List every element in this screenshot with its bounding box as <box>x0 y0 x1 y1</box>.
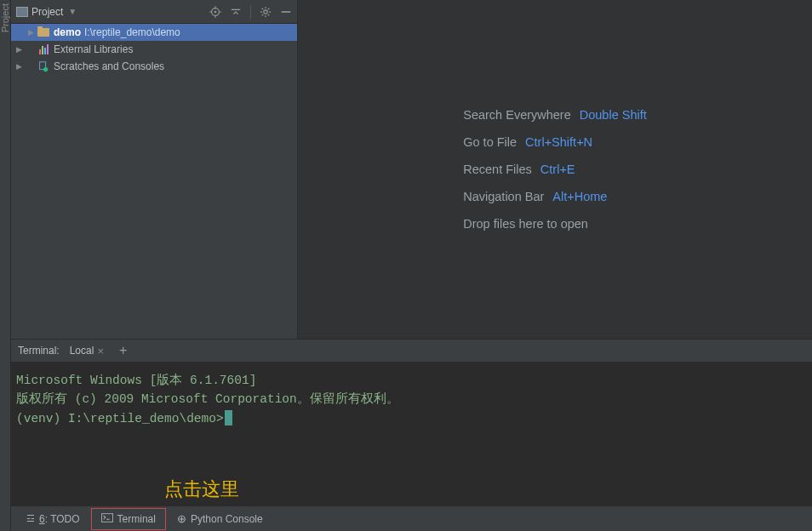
folder-icon <box>37 28 50 37</box>
svg-line-12 <box>262 8 264 9</box>
tree-item-external-libraries[interactable]: ▶ External Libraries <box>11 41 297 58</box>
tree-label: Scratches and Consoles <box>54 60 164 72</box>
add-terminal-button[interactable]: + <box>114 343 132 358</box>
svg-rect-19 <box>101 513 112 522</box>
shortcut-hints: Search Everywhere Double Shift Go to Fil… <box>463 108 647 231</box>
python-icon: ⊕ <box>177 512 186 525</box>
libraries-icon <box>37 44 50 54</box>
collapse-all-icon[interactable] <box>230 6 242 18</box>
left-rail: Project <box>0 0 11 531</box>
scratches-icon <box>37 60 50 72</box>
editor-empty-state: Search Everywhere Double Shift Go to Fil… <box>298 0 812 339</box>
locate-icon[interactable] <box>209 6 221 18</box>
gear-icon[interactable] <box>260 6 272 18</box>
cursor-icon <box>225 410 232 425</box>
project-sidebar: Project ▼ ▶ demoI:\reptile_demo\demo <box>11 0 298 339</box>
tree-item-scratches[interactable]: ▶ Scratches and Consoles <box>11 58 297 75</box>
hint-navigation-bar: Navigation Bar Alt+Home <box>463 190 647 203</box>
tree-item-demo[interactable]: ▶ demoI:\reptile_demo\demo <box>11 24 297 41</box>
sidebar-header: Project ▼ <box>11 0 297 24</box>
rail-label-project[interactable]: Project <box>0 3 10 32</box>
annotation-text: 点击这里 <box>164 477 239 502</box>
terminal-tab-local[interactable]: Local × <box>70 345 104 357</box>
terminal-tab-bar: Terminal: Local × + <box>11 339 812 363</box>
svg-line-15 <box>268 8 270 9</box>
dropdown-arrow-icon[interactable]: ▼ <box>68 7 77 16</box>
terminal-line: Microsoft Windows [版本 6.1.7601] <box>16 371 807 390</box>
tree-label: demoI:\reptile_demo\demo <box>54 26 180 38</box>
terminal-prompt-line: (venv) I:\reptile_demo\demo> <box>16 409 807 428</box>
project-tree: ▶ demoI:\reptile_demo\demo ▶ External Li… <box>11 24 297 75</box>
svg-line-13 <box>268 14 270 15</box>
terminal-output[interactable]: Microsoft Windows [版本 6.1.7601] 版权所有 (c)… <box>11 363 812 505</box>
tree-label: External Libraries <box>54 43 133 55</box>
expand-arrow-icon[interactable]: ▶ <box>16 62 25 71</box>
hint-search-everywhere: Search Everywhere Double Shift <box>463 108 647 122</box>
hint-drop-files: Drop files here to open <box>463 217 647 231</box>
bottom-tab-label: 6: TODO <box>39 513 80 525</box>
terminal-title: Terminal: <box>18 345 60 357</box>
bottom-tab-python-console[interactable]: ⊕ Python Console <box>169 509 272 528</box>
terminal-line: 版权所有 (c) 2009 Microsoft Corporation。保留所有… <box>16 390 807 408</box>
svg-line-14 <box>262 14 264 15</box>
bottom-tab-todo[interactable]: ☲ 6: TODO <box>18 510 89 528</box>
project-panel-icon <box>16 7 28 17</box>
sidebar-title[interactable]: Project <box>31 6 63 18</box>
bottom-tab-label: Python Console <box>191 513 263 525</box>
svg-point-18 <box>43 67 48 71</box>
bottom-tab-terminal[interactable]: Terminal <box>92 509 165 529</box>
hide-icon[interactable] <box>280 6 292 18</box>
svg-point-1 <box>214 10 217 13</box>
terminal-icon <box>101 513 113 525</box>
header-divider <box>250 5 251 19</box>
hint-go-to-file: Go to File Ctrl+Shift+N <box>463 135 647 149</box>
bottom-tab-label: Terminal <box>117 513 156 525</box>
close-icon[interactable]: × <box>97 345 104 357</box>
hint-recent-files: Recent Files Ctrl+E <box>463 163 647 176</box>
expand-arrow-icon[interactable]: ▶ <box>28 28 37 37</box>
todo-icon: ☲ <box>26 513 35 524</box>
svg-point-7 <box>264 9 267 13</box>
bottom-tool-bar: ☲ 6: TODO Terminal ⊕ Python Console <box>11 505 812 531</box>
expand-arrow-icon[interactable]: ▶ <box>16 45 25 54</box>
